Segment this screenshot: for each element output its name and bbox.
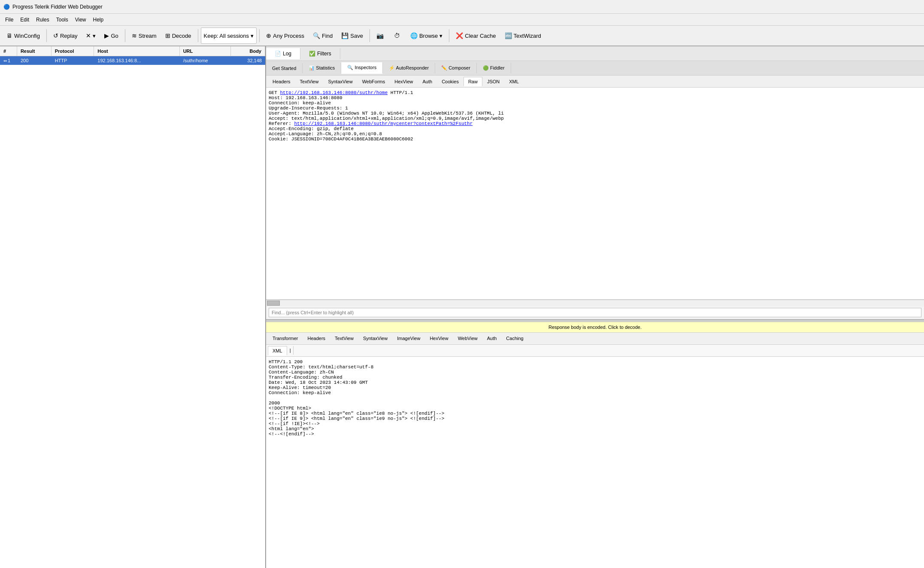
horizontal-scrollbar[interactable] — [266, 300, 924, 307]
winconfig-icon: 🖥 — [6, 32, 12, 39]
tab-get-started[interactable]: Get Started — [266, 63, 303, 73]
main-layout: # Result Protocol Host URL Body ⇔ 1 200 … — [0, 46, 924, 568]
app-icon: 🔵 — [3, 4, 10, 10]
request-tab-cookies[interactable]: Cookies — [437, 77, 464, 86]
col-header-result[interactable]: Result — [17, 46, 52, 56]
text-wizard-button[interactable]: 🔤 TextWizard — [501, 27, 545, 44]
referer-url-link[interactable]: http://192.168.163.146:8080/suthr/mycent… — [294, 121, 473, 126]
menu-file[interactable]: File — [2, 15, 17, 24]
response-tab-xml[interactable]: XML — [268, 346, 287, 355]
tab-log[interactable]: 📄 Log — [266, 48, 300, 59]
screenshot-button[interactable]: 📷 — [373, 27, 389, 44]
go-icon: ▶ — [104, 32, 109, 39]
title-bar: 🔵 Progress Telerik Fiddler Web Debugger — [0, 0, 924, 14]
response-line-content-language: Content-Language: zh-CN — [269, 370, 921, 375]
response-tab-webview[interactable]: WebView — [453, 334, 482, 343]
delete-button[interactable]: ✕ ▾ — [82, 27, 100, 44]
top-tabs-bar: 📄 Log ✅ Filters — [266, 46, 924, 61]
response-tab-syntaxview[interactable]: SyntaxView — [358, 334, 392, 343]
response-tab-imageview[interactable]: ImageView — [392, 334, 425, 343]
cell-num: ⇔ 1 — [0, 56, 17, 65]
menu-edit[interactable]: Edit — [17, 15, 33, 24]
col-header-num[interactable]: # — [0, 46, 17, 56]
col-header-url[interactable]: URL — [180, 46, 231, 56]
decode-button[interactable]: ⊞ Decode — [161, 27, 195, 44]
screenshot-icon: 📷 — [376, 32, 384, 39]
any-process-button[interactable]: ⊕ Any Process — [262, 27, 308, 44]
find-input[interactable] — [269, 308, 921, 317]
replay-button[interactable]: ↺ Replay — [49, 27, 81, 44]
request-tab-auth[interactable]: Auth — [418, 77, 437, 86]
right-panel: 📄 Log ✅ Filters Get Started 📊 Statistics… — [266, 46, 924, 568]
tab-autoresponder[interactable]: ⚡ AutoResponder — [383, 63, 435, 73]
app-title: Progress Telerik Fiddler Web Debugger — [12, 4, 103, 10]
request-line-1: GET http://192.168.163.146:8080/suthr/ho… — [269, 90, 921, 95]
keep-dropdown[interactable]: Keep: All sessions ▾ — [201, 27, 257, 44]
col-header-body[interactable]: Body — [231, 46, 265, 56]
save-button[interactable]: 💾 Save — [337, 27, 367, 44]
request-tab-xml[interactable]: XML — [504, 77, 524, 86]
col-header-protocol[interactable]: Protocol — [52, 46, 94, 56]
winconfig-button[interactable]: 🖥 WinConfig — [3, 27, 44, 44]
cell-result: 200 — [17, 56, 52, 65]
response-banner[interactable]: Response body is encoded. Click to decod… — [266, 322, 924, 333]
response-tab-caching[interactable]: Caching — [501, 334, 528, 343]
composer-icon: ✏️ — [441, 65, 447, 70]
stream-button[interactable]: ≋ Stream — [128, 27, 161, 44]
session-arrow-icon: ⇔ — [3, 58, 7, 63]
menu-rules[interactable]: Rules — [33, 15, 53, 24]
request-line-useragent: User-Agent: Mozilla/5.0 (Windows NT 10.0… — [269, 111, 921, 116]
response-line-status: HTTP/1.1 200 — [269, 359, 921, 364]
timer-icon: ⏱ — [394, 32, 400, 39]
response-line-ie9: <!--[if IE 9]> <html lang="en" class="ie… — [269, 416, 921, 421]
request-tab-webforms[interactable]: WebForms — [357, 77, 390, 86]
response-line-keep-alive: Keep-Alive: timeout=20 — [269, 385, 921, 390]
request-url-link[interactable]: http://192.168.163.146:8080/suthr/home — [280, 90, 388, 95]
request-tab-syntaxview[interactable]: SyntaxView — [323, 77, 357, 86]
request-tab-json[interactable]: JSON — [482, 77, 504, 86]
toolbar-separator-2 — [125, 29, 125, 42]
cell-body: 32,148 — [231, 56, 265, 65]
go-button[interactable]: ▶ Go — [100, 27, 122, 44]
response-tab-headers[interactable]: Headers — [303, 334, 330, 343]
tab-statistics[interactable]: 📊 Statistics — [303, 63, 341, 73]
menu-help[interactable]: Help — [90, 15, 107, 24]
browse-button[interactable]: 🌐 Browse ▾ — [406, 27, 446, 44]
tab-composer[interactable]: ✏️ Composer — [435, 63, 477, 73]
menu-tools[interactable]: Tools — [53, 15, 72, 24]
request-line-encoding: Accept-Encoding: gzip, deflate — [269, 126, 921, 131]
response-line-connection: Connection: keep-alive — [269, 390, 921, 395]
tab-filters[interactable]: ✅ Filters — [300, 48, 340, 59]
response-tab-auth[interactable]: Auth — [482, 334, 502, 343]
request-sub-tabs-bar: Headers TextView SyntaxView WebForms Hex… — [266, 76, 924, 88]
menu-view[interactable]: View — [72, 15, 90, 24]
find-button[interactable]: 🔍 Find — [309, 27, 336, 44]
tab-inspectors[interactable]: 🔍 Inspectors — [341, 62, 383, 74]
inspector-tabs-bar: Get Started 📊 Statistics 🔍 Inspectors ⚡ … — [266, 61, 924, 76]
save-icon: 💾 — [341, 32, 348, 39]
response-line-doctype: <!DOCTYPE html> — [269, 406, 921, 411]
response-tab-hexview[interactable]: HexView — [425, 334, 453, 343]
response-tab-textview[interactable]: TextView — [330, 334, 358, 343]
request-tab-textview[interactable]: TextView — [295, 77, 324, 86]
request-tab-raw[interactable]: Raw — [464, 77, 482, 86]
col-header-host[interactable]: Host — [94, 46, 179, 56]
request-tab-hexview[interactable]: HexView — [390, 77, 418, 86]
scroll-thumb[interactable] — [267, 301, 280, 306]
timer-button[interactable]: ⏱ — [390, 27, 406, 44]
response-line-endif: <!--<![endif]--> — [269, 431, 921, 437]
cell-protocol: HTTP — [52, 56, 94, 65]
decode-icon: ⊞ — [165, 32, 170, 39]
request-line-upgrade: Upgrade-Insecure-Requests: 1 — [269, 106, 921, 111]
tab-fiddler[interactable]: 🟢 Fiddler — [477, 63, 511, 73]
session-row[interactable]: ⇔ 1 200 HTTP 192.168.163.146:8... /suthr… — [0, 56, 265, 65]
request-tab-headers[interactable]: Headers — [268, 77, 295, 86]
menu-bar: File Edit Rules Tools View Help — [0, 14, 924, 26]
toolbar-separator-5 — [370, 29, 370, 42]
response-tab-transformer[interactable]: Transformer — [268, 334, 303, 343]
inspectors-icon: 🔍 — [347, 65, 353, 70]
session-panel: # Result Protocol Host URL Body ⇔ 1 200 … — [0, 46, 266, 568]
request-content: GET http://192.168.163.146:8080/suthr/ho… — [266, 88, 924, 300]
filters-icon: ✅ — [309, 51, 315, 57]
clear-cache-button[interactable]: ❌ Clear Cache — [452, 27, 500, 44]
